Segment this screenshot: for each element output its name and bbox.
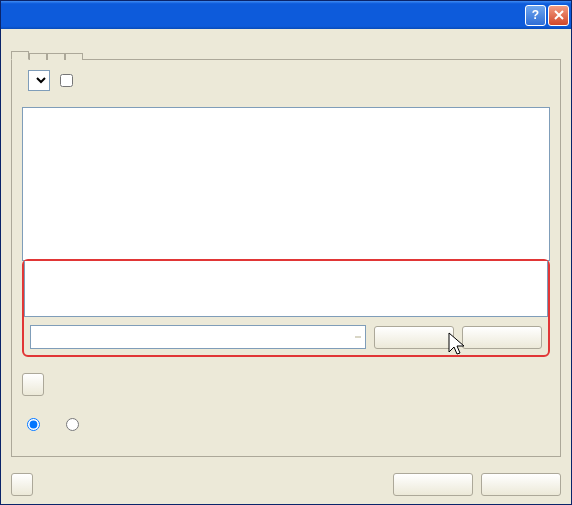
preview-size-badge — [355, 336, 361, 338]
cancel-button[interactable] — [481, 473, 561, 496]
create-row — [22, 373, 550, 397]
titlebar: ? — [1, 1, 571, 29]
close-icon — [554, 10, 564, 20]
preview-box — [30, 325, 366, 349]
help-button[interactable]: ? — [525, 5, 546, 26]
preview-bar — [30, 325, 542, 349]
dialog-window: ? — [0, 0, 572, 505]
tab-panel — [11, 59, 561, 457]
scope-radio-row — [22, 415, 550, 433]
tab-edit[interactable] — [11, 51, 29, 60]
dialog-buttons-row — [11, 473, 561, 496]
highlight-box — [22, 259, 550, 357]
tab-bar — [11, 37, 561, 59]
create-style-button[interactable] — [22, 373, 44, 396]
dialog-content — [1, 29, 571, 504]
tab-restrict[interactable] — [47, 53, 65, 60]
tab-recommend[interactable] — [29, 53, 47, 60]
preview-section — [24, 325, 548, 355]
titlebar-buttons: ? — [525, 5, 569, 26]
sort-select[interactable] — [28, 70, 50, 91]
close-button[interactable] — [548, 5, 569, 26]
radio-this-doc[interactable] — [22, 415, 43, 433]
import-export-button[interactable] — [11, 473, 33, 496]
styles-list[interactable] — [22, 107, 550, 261]
tab-defaults[interactable] — [65, 53, 83, 60]
styles-list-lower[interactable] — [24, 261, 548, 317]
radio-new-docs[interactable] — [61, 415, 82, 433]
ok-button[interactable] — [393, 473, 473, 496]
show-recommended-checkbox[interactable] — [60, 74, 73, 87]
sort-row — [22, 70, 550, 91]
delete-button — [462, 326, 542, 349]
edit-button[interactable] — [374, 326, 454, 349]
